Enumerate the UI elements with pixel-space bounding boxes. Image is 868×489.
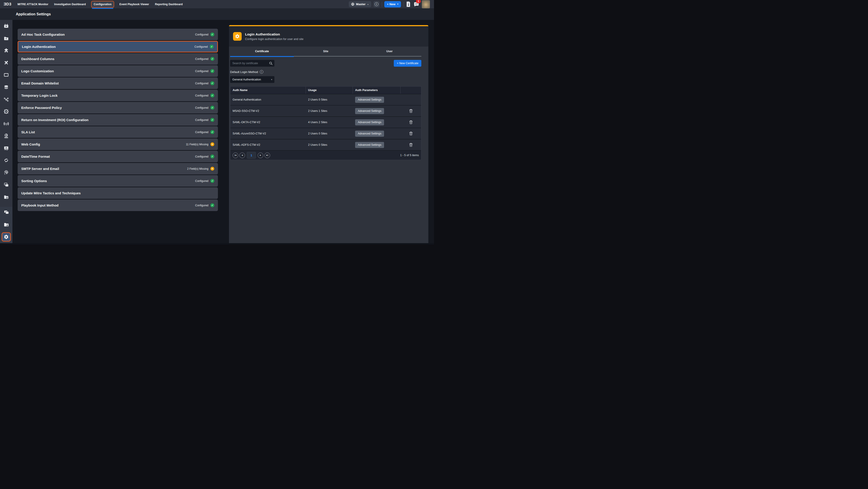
- case-management-icon[interactable]: [0, 220, 12, 229]
- case-folder-icon[interactable]: [0, 192, 12, 201]
- configured-check-icon: [211, 130, 214, 134]
- fingerprint-icon[interactable]: [0, 168, 12, 177]
- release-notes-button[interactable]: [406, 1, 411, 7]
- settings-item-login-authentication[interactable]: Login Authentication Configured: [18, 41, 218, 53]
- advanced-settings-button[interactable]: Advanced Settings: [355, 108, 384, 114]
- chevron-down-icon: ▾: [271, 79, 272, 81]
- document-icon: [406, 1, 410, 7]
- chevron-down-icon: ⌄: [367, 3, 369, 5]
- column-header-actions: [401, 87, 421, 94]
- scheduled-playbooks-icon[interactable]: [0, 22, 12, 31]
- settings-item-sorting-options[interactable]: Sorting Options Configured: [18, 175, 218, 187]
- page-title: Application Settings: [16, 12, 51, 16]
- scope-selector-label: Master: [356, 2, 366, 6]
- settings-item-email-domain-whitelist[interactable]: Email Domain Whitelist Configured: [18, 77, 218, 89]
- search-input[interactable]: [230, 60, 274, 67]
- utility-tools-icon[interactable]: [0, 58, 12, 67]
- advanced-settings-button[interactable]: Advanced Settings: [355, 142, 384, 148]
- divider: [382, 2, 382, 7]
- advanced-settings-button[interactable]: Advanced Settings: [355, 131, 384, 137]
- settings-item-playbook-input-method[interactable]: Playbook Input Method Configured: [18, 199, 218, 211]
- settings-item-label: Dashboard Columns: [21, 57, 55, 61]
- nav-configuration[interactable]: Configuration: [91, 1, 114, 8]
- settings-item-roi-configuration[interactable]: Return on Investment (ROI) Configuration…: [18, 114, 218, 126]
- settings-item-logo-customization[interactable]: Logo Customization Configured: [18, 65, 218, 77]
- missing-x-icon: [211, 142, 214, 146]
- tab-user[interactable]: User: [358, 46, 421, 57]
- notifications-button[interactable]: 1: [413, 1, 420, 7]
- settings-item-sla-list[interactable]: SLA List Configured: [18, 126, 218, 138]
- configured-check-icon: [211, 69, 214, 73]
- sync-icon[interactable]: [0, 156, 12, 165]
- auth-name-cell: MSAD-SSO-CTM-V2: [230, 109, 306, 112]
- scope-selector[interactable]: Master ⌄: [349, 1, 371, 7]
- settings-item-dashboard-columns[interactable]: Dashboard Columns Configured: [18, 53, 218, 65]
- settings-item-label: Enforce Password Policy: [21, 106, 62, 109]
- configured-check-icon: [211, 106, 214, 109]
- chevron-down-icon: ▾: [397, 3, 398, 5]
- auth-name-cell: SAML-AzureSSO-CTM-V2: [230, 132, 306, 135]
- advanced-settings-button[interactable]: Advanced Settings: [355, 119, 384, 125]
- first-page-button[interactable]: ◀: [232, 153, 238, 158]
- settings-item-date-time-format[interactable]: Date/Time Format Configured: [18, 151, 218, 162]
- settings-item-label: Ad Hoc Task Configuration: [21, 33, 65, 36]
- integrations-puzzle-icon[interactable]: [0, 46, 12, 55]
- info-button[interactable]: i: [373, 1, 379, 7]
- configured-check-icon: [211, 82, 214, 85]
- settings-item-label: Date/Time Format: [21, 155, 50, 158]
- settings-item-temporary-login-lock[interactable]: Temporary Login Lock Configured: [18, 90, 218, 101]
- gear-icon: [235, 34, 240, 39]
- configured-check-icon: [210, 45, 214, 48]
- settings-item-update-mitre-tactics[interactable]: Update Mitre Tactics and Techniques: [18, 187, 218, 199]
- tab-certificate[interactable]: Certificate: [230, 46, 294, 57]
- workspaces-icon[interactable]: [0, 180, 12, 189]
- delete-trash-icon[interactable]: [409, 109, 413, 113]
- api-gear-icon[interactable]: API: [0, 107, 12, 116]
- sites-globe-icon[interactable]: [0, 131, 12, 140]
- auth-name-cell: SAML-ADFS-CTM-V2: [230, 143, 306, 146]
- settings-item-label: SMTP Server and Email: [21, 167, 59, 171]
- application-settings-button[interactable]: [2, 232, 11, 241]
- delete-trash-icon[interactable]: [409, 132, 413, 136]
- nav-event-playbook-viewer[interactable]: Event Playbook Viewer: [116, 0, 152, 8]
- advanced-settings-button[interactable]: Advanced Settings: [355, 97, 384, 103]
- next-page-button[interactable]: ▶: [258, 153, 264, 158]
- connections-icon[interactable]: [0, 95, 12, 104]
- default-login-method-label: Default Login Method: [230, 70, 258, 74]
- nav-reporting-dashboard[interactable]: Reporting Dashboard: [152, 0, 186, 8]
- info-icon[interactable]: i: [260, 70, 264, 74]
- event-antenna-icon[interactable]: [0, 119, 12, 128]
- settings-item-enforce-password-policy[interactable]: Enforce Password Policy Configured: [18, 102, 218, 113]
- status-text: Configured: [195, 131, 209, 134]
- default-login-method-select[interactable]: General Authentication ▾: [230, 76, 274, 83]
- playbooks-icon[interactable]: [0, 34, 12, 43]
- auth-table-header: Auth Name Usage Auth Parameters: [230, 87, 421, 94]
- delete-trash-icon[interactable]: [409, 143, 413, 147]
- new-certificate-button[interactable]: + New Certificate: [394, 60, 421, 67]
- current-page-indicator[interactable]: 1: [247, 152, 256, 159]
- tab-site[interactable]: Site: [294, 46, 358, 57]
- windows-copy-icon[interactable]: [0, 208, 12, 217]
- user-avatar[interactable]: [422, 0, 430, 8]
- settings-item-ad-hoc-task-configuration[interactable]: Ad Hoc Task Configuration Configured: [18, 29, 218, 40]
- settings-item-label: Update Mitre Tactics and Techniques: [21, 191, 81, 195]
- last-page-button[interactable]: ▶: [265, 153, 270, 158]
- delete-trash-icon[interactable]: [409, 120, 413, 124]
- search-wrap: [230, 60, 274, 67]
- usage-cell: 2 Users 1 Sites: [306, 109, 353, 112]
- next-page-icon: ▶: [260, 154, 261, 156]
- new-button[interactable]: + New ▾: [384, 1, 401, 7]
- table-row-saml-okta: SAML-OKTA-CTM-V2 4 Users 2 Sites Advance…: [230, 117, 421, 128]
- last-page-icon: ▶: [267, 154, 268, 156]
- nav-investigation-dashboard[interactable]: Investigation Dashboard: [51, 0, 89, 8]
- previous-page-button[interactable]: ◀: [239, 153, 245, 158]
- settings-item-label: Temporary Login Lock: [21, 94, 58, 97]
- panel-header: Login Authentication Configure login aut…: [229, 26, 428, 46]
- settings-item-smtp-server-and-email[interactable]: SMTP Server and Email 2 Field(s) Missing: [18, 163, 218, 174]
- database-icon[interactable]: [0, 83, 12, 92]
- configured-check-icon: [211, 57, 214, 61]
- nav-mitre-attack-monitor[interactable]: MITRE ATT&CK Monitor: [15, 0, 51, 8]
- settings-item-web-config[interactable]: Web Config 11 Field(s) Missing: [18, 138, 218, 150]
- incident-report-icon[interactable]: [0, 143, 12, 153]
- board-icon[interactable]: [0, 70, 12, 79]
